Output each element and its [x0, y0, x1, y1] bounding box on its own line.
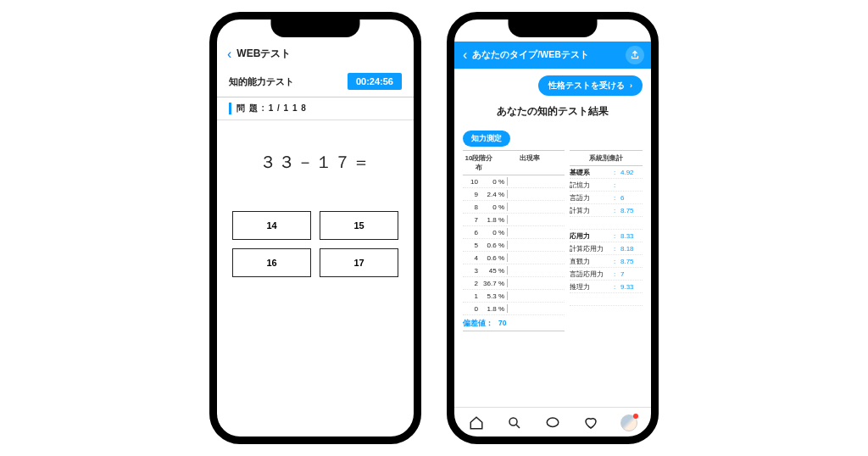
home-icon [469, 415, 484, 431]
stat-sep: : [614, 245, 620, 253]
back-icon[interactable]: ‹ [463, 48, 467, 62]
dist-bar-wrap [507, 266, 565, 275]
header-title: あなたのタイプ/WEBテスト [472, 49, 588, 61]
dist-pct: 45 % [481, 267, 507, 275]
stat-key: 記憶力 [570, 181, 614, 190]
answer-option[interactable]: 17 [320, 248, 398, 277]
stat-key: 直観力 [570, 257, 614, 266]
question-text: ３３－１７＝ [217, 120, 414, 211]
col-header-rate: 出現率 [495, 151, 565, 175]
dist-bar-wrap [507, 253, 565, 262]
stat-val: 4.92 [620, 169, 643, 176]
phone-results: ‹ あなたのタイプ/WEBテスト 性格テストを受ける › あなたの知的テスト結果… [447, 12, 659, 444]
stat-row: 計算力:8.75 [570, 204, 643, 217]
personality-test-label: 性格テストを受ける [548, 80, 625, 92]
distribution-row: 01.8 % [463, 303, 565, 315]
distribution-row: 15.3 % [463, 290, 565, 303]
dist-pct: 2.4 % [481, 191, 507, 198]
notch [271, 19, 360, 37]
tab-favorite[interactable] [582, 414, 599, 431]
stat-sep: : [614, 207, 620, 214]
dist-pct: 0.6 % [481, 254, 507, 262]
stat-sep: : [614, 181, 620, 189]
stat-val: 7 [620, 270, 643, 278]
answer-option[interactable]: 15 [320, 211, 398, 240]
dist-bar-wrap [507, 292, 565, 300]
stat-row: 言語応用力:7 [570, 268, 643, 281]
dist-level: 3 [463, 267, 481, 275]
stat-val: 8.33 [620, 232, 643, 240]
tab-bar [454, 407, 651, 437]
dist-level: 0 [463, 305, 481, 313]
chevron-right-icon: › [630, 81, 632, 90]
dist-pct: 36.7 % [481, 280, 507, 287]
stat-val: 8.75 [620, 207, 643, 214]
chat-icon [545, 415, 560, 431]
stat-sep: : [614, 258, 620, 265]
header-title: WEBテスト [236, 47, 291, 61]
dist-bar-wrap [507, 203, 565, 211]
stat-sep: : [614, 232, 620, 240]
result-title: あなたの知的テスト結果 [463, 104, 643, 119]
stat-row: 言語力:6 [570, 192, 643, 204]
stat-row: 記憶力: [570, 179, 643, 192]
distribution-row: 345 % [463, 264, 565, 277]
dist-level: 10 [463, 178, 481, 186]
distribution-table: 10段階分布 出現率 100 %92.4 %80 %71.8 %60 %50.6… [463, 150, 565, 331]
stats-table: 系統別集計 基礎系:4.92記憶力:言語力:6計算力:8.75応用力:8.33計… [570, 150, 643, 331]
share-button[interactable] [626, 46, 644, 64]
phone-quiz: ‹ WEBテスト 知的能力テスト 00:24:56 問 題 : 1 / 1 1 … [209, 12, 421, 444]
dist-bar-wrap [507, 241, 565, 249]
stat-sep: : [614, 194, 620, 202]
stat-row [570, 217, 643, 230]
dist-pct: 1.8 % [481, 216, 507, 224]
tab-search[interactable] [506, 414, 523, 431]
progress-row: 問 題 : 1 / 1 1 8 [217, 97, 414, 120]
avatar-icon [620, 414, 637, 431]
distribution-row: 92.4 % [463, 188, 565, 201]
dist-bar-wrap [507, 190, 565, 198]
notch [509, 19, 598, 37]
stat-key: 言語力 [570, 193, 614, 203]
dist-bar-wrap [507, 215, 565, 224]
col-header-stat: 系統別集計 [570, 151, 643, 165]
answer-option[interactable]: 16 [232, 248, 311, 277]
dist-level: 4 [463, 254, 481, 262]
header: ‹ WEBテスト [217, 42, 414, 68]
progress-marker [229, 103, 231, 114]
distribution-row: 80 % [463, 201, 565, 214]
dist-level: 5 [463, 242, 481, 249]
share-icon [630, 50, 640, 60]
progress-text: 問 題 : 1 / 1 1 8 [236, 103, 307, 114]
stat-key: 計算力 [570, 206, 614, 215]
col-header-dist: 10段階分布 [463, 151, 495, 175]
stat-val: 6 [620, 194, 643, 202]
stat-val: 8.18 [620, 245, 643, 253]
distribution-row: 100 % [463, 175, 565, 188]
answer-option[interactable]: 14 [232, 211, 311, 240]
stat-sep: : [614, 270, 620, 278]
personality-test-button[interactable]: 性格テストを受ける › [538, 75, 643, 96]
stat-row: 応用力:8.33 [570, 230, 643, 242]
tab-home[interactable] [468, 414, 485, 431]
stat-val: 9.33 [620, 283, 643, 291]
dist-pct: 0 % [481, 229, 507, 236]
stat-row: 直観力:8.75 [570, 255, 643, 268]
test-name: 知的能力テスト [229, 75, 294, 88]
title-bar: 知的能力テスト 00:24:56 [217, 68, 414, 93]
tab-profile[interactable] [620, 414, 637, 431]
dist-bar-wrap [507, 177, 565, 186]
svg-point-1 [547, 418, 559, 427]
dist-bar-wrap [507, 279, 565, 287]
search-icon [507, 415, 522, 431]
back-icon[interactable]: ‹ [227, 47, 231, 61]
stat-key: 言語応用力 [570, 270, 614, 279]
tab-chat[interactable] [544, 414, 561, 431]
stat-key: 推理力 [570, 282, 614, 292]
dist-pct: 0 % [481, 203, 507, 211]
dist-pct: 1.8 % [481, 305, 507, 313]
svg-point-0 [509, 418, 517, 425]
dist-level: 8 [463, 203, 481, 211]
deviation-row: 偏差値： 70 [463, 315, 565, 331]
answer-grid: 14 15 16 17 [217, 211, 414, 277]
